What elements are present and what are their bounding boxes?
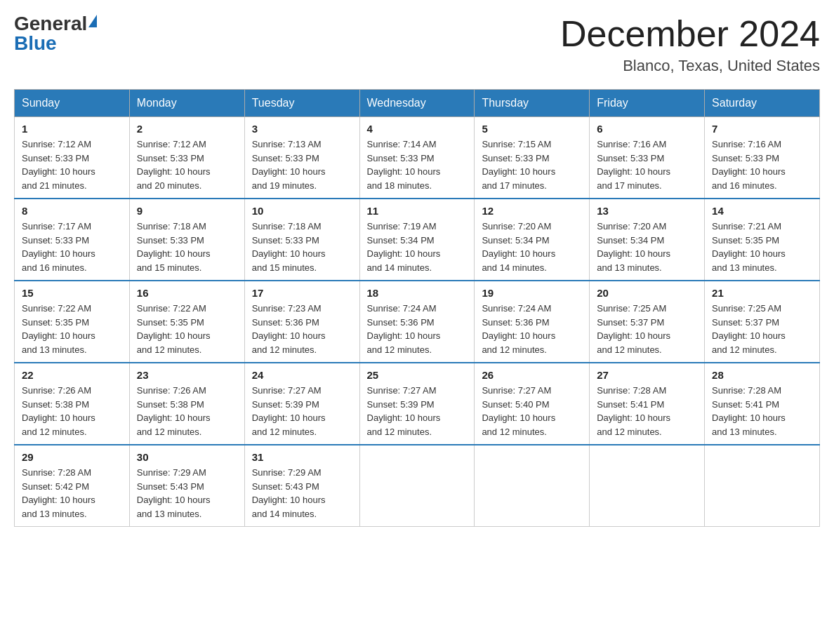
day-number: 27	[597, 369, 697, 381]
calendar-week-row: 15 Sunrise: 7:22 AM Sunset: 5:35 PM Dayl…	[15, 281, 820, 363]
day-number: 21	[712, 287, 812, 299]
day-number: 15	[22, 287, 122, 299]
day-number: 3	[252, 123, 352, 135]
day-info: Sunrise: 7:16 AM Sunset: 5:33 PM Dayligh…	[712, 137, 812, 192]
table-row: 22 Sunrise: 7:26 AM Sunset: 5:38 PM Dayl…	[15, 363, 130, 445]
table-row: 10 Sunrise: 7:18 AM Sunset: 5:33 PM Dayl…	[244, 199, 359, 281]
day-info: Sunrise: 7:29 AM Sunset: 5:43 PM Dayligh…	[137, 466, 237, 521]
month-title: December 2024	[560, 14, 820, 54]
day-info: Sunrise: 7:24 AM Sunset: 5:36 PM Dayligh…	[482, 302, 582, 356]
day-info: Sunrise: 7:28 AM Sunset: 5:41 PM Dayligh…	[712, 384, 812, 438]
day-info: Sunrise: 7:28 AM Sunset: 5:42 PM Dayligh…	[22, 466, 122, 521]
day-number: 29	[22, 451, 122, 463]
day-number: 30	[137, 451, 237, 463]
title-area: December 2024 Blanco, Texas, United Stat…	[560, 14, 820, 75]
table-row: 15 Sunrise: 7:22 AM Sunset: 5:35 PM Dayl…	[15, 281, 130, 363]
calendar-table: Sunday Monday Tuesday Wednesday Thursday…	[14, 89, 820, 527]
day-info: Sunrise: 7:15 AM Sunset: 5:33 PM Dayligh…	[482, 137, 582, 192]
day-number: 13	[597, 205, 697, 217]
table-row: 23 Sunrise: 7:26 AM Sunset: 5:38 PM Dayl…	[129, 363, 244, 445]
table-row: 29 Sunrise: 7:28 AM Sunset: 5:42 PM Dayl…	[15, 445, 130, 527]
day-info: Sunrise: 7:18 AM Sunset: 5:33 PM Dayligh…	[252, 220, 352, 274]
table-row: 6 Sunrise: 7:16 AM Sunset: 5:33 PM Dayli…	[590, 117, 705, 199]
header-tuesday: Tuesday	[244, 90, 359, 117]
calendar-week-row: 29 Sunrise: 7:28 AM Sunset: 5:42 PM Dayl…	[15, 445, 820, 527]
day-info: Sunrise: 7:25 AM Sunset: 5:37 PM Dayligh…	[597, 302, 697, 356]
day-info: Sunrise: 7:21 AM Sunset: 5:35 PM Dayligh…	[712, 220, 812, 274]
table-row: 19 Sunrise: 7:24 AM Sunset: 5:36 PM Dayl…	[475, 281, 590, 363]
table-row: 31 Sunrise: 7:29 AM Sunset: 5:43 PM Dayl…	[244, 445, 359, 527]
table-row: 2 Sunrise: 7:12 AM Sunset: 5:33 PM Dayli…	[129, 117, 244, 199]
table-row: 1 Sunrise: 7:12 AM Sunset: 5:33 PM Dayli…	[15, 117, 130, 199]
calendar-week-row: 8 Sunrise: 7:17 AM Sunset: 5:33 PM Dayli…	[15, 199, 820, 281]
table-row: 8 Sunrise: 7:17 AM Sunset: 5:33 PM Dayli…	[15, 199, 130, 281]
day-number: 11	[367, 205, 468, 217]
day-info: Sunrise: 7:29 AM Sunset: 5:43 PM Dayligh…	[252, 466, 352, 521]
table-row: 21 Sunrise: 7:25 AM Sunset: 5:37 PM Dayl…	[705, 281, 820, 363]
table-row: 13 Sunrise: 7:20 AM Sunset: 5:34 PM Dayl…	[590, 199, 705, 281]
day-number: 14	[712, 205, 812, 217]
logo-triangle-icon	[88, 15, 97, 27]
day-info: Sunrise: 7:19 AM Sunset: 5:34 PM Dayligh…	[367, 220, 468, 274]
day-info: Sunrise: 7:13 AM Sunset: 5:33 PM Dayligh…	[252, 137, 352, 192]
day-number: 18	[367, 287, 468, 299]
day-info: Sunrise: 7:12 AM Sunset: 5:33 PM Dayligh…	[22, 137, 122, 192]
day-info: Sunrise: 7:23 AM Sunset: 5:36 PM Dayligh…	[252, 302, 352, 356]
day-info: Sunrise: 7:12 AM Sunset: 5:33 PM Dayligh…	[137, 137, 237, 192]
day-info: Sunrise: 7:22 AM Sunset: 5:35 PM Dayligh…	[22, 302, 122, 356]
day-number: 16	[137, 287, 237, 299]
day-number: 20	[597, 287, 697, 299]
table-row	[705, 445, 820, 527]
day-number: 7	[712, 123, 812, 135]
day-info: Sunrise: 7:20 AM Sunset: 5:34 PM Dayligh…	[482, 220, 582, 274]
day-number: 17	[252, 287, 352, 299]
day-number: 25	[367, 369, 468, 381]
header-saturday: Saturday	[705, 90, 820, 117]
day-number: 1	[22, 123, 122, 135]
day-number: 8	[22, 205, 122, 217]
table-row: 11 Sunrise: 7:19 AM Sunset: 5:34 PM Dayl…	[359, 199, 475, 281]
day-number: 19	[482, 287, 582, 299]
header-friday: Friday	[590, 90, 705, 117]
logo-blue-text: Blue	[14, 32, 57, 54]
table-row	[590, 445, 705, 527]
day-number: 2	[137, 123, 237, 135]
page-header: General Blue December 2024 Blanco, Texas…	[14, 14, 820, 75]
day-info: Sunrise: 7:27 AM Sunset: 5:39 PM Dayligh…	[252, 384, 352, 438]
day-number: 23	[137, 369, 237, 381]
table-row	[359, 445, 475, 527]
day-info: Sunrise: 7:27 AM Sunset: 5:39 PM Dayligh…	[367, 384, 468, 438]
table-row: 3 Sunrise: 7:13 AM Sunset: 5:33 PM Dayli…	[244, 117, 359, 199]
day-number: 4	[367, 123, 468, 135]
calendar-header-row: Sunday Monday Tuesday Wednesday Thursday…	[15, 90, 820, 117]
day-info: Sunrise: 7:28 AM Sunset: 5:41 PM Dayligh…	[597, 384, 697, 438]
logo: General Blue	[14, 14, 97, 53]
table-row: 27 Sunrise: 7:28 AM Sunset: 5:41 PM Dayl…	[590, 363, 705, 445]
logo-general-text: General	[14, 13, 87, 34]
table-row: 25 Sunrise: 7:27 AM Sunset: 5:39 PM Dayl…	[359, 363, 475, 445]
calendar-week-row: 1 Sunrise: 7:12 AM Sunset: 5:33 PM Dayli…	[15, 117, 820, 199]
day-number: 12	[482, 205, 582, 217]
day-number: 6	[597, 123, 697, 135]
table-row	[475, 445, 590, 527]
header-monday: Monday	[129, 90, 244, 117]
header-sunday: Sunday	[15, 90, 130, 117]
day-info: Sunrise: 7:27 AM Sunset: 5:40 PM Dayligh…	[482, 384, 582, 438]
day-info: Sunrise: 7:24 AM Sunset: 5:36 PM Dayligh…	[367, 302, 468, 356]
table-row: 17 Sunrise: 7:23 AM Sunset: 5:36 PM Dayl…	[244, 281, 359, 363]
day-info: Sunrise: 7:26 AM Sunset: 5:38 PM Dayligh…	[22, 384, 122, 438]
calendar-week-row: 22 Sunrise: 7:26 AM Sunset: 5:38 PM Dayl…	[15, 363, 820, 445]
day-number: 24	[252, 369, 352, 381]
table-row: 16 Sunrise: 7:22 AM Sunset: 5:35 PM Dayl…	[129, 281, 244, 363]
table-row: 9 Sunrise: 7:18 AM Sunset: 5:33 PM Dayli…	[129, 199, 244, 281]
location-text: Blanco, Texas, United States	[560, 57, 820, 75]
table-row: 5 Sunrise: 7:15 AM Sunset: 5:33 PM Dayli…	[475, 117, 590, 199]
table-row: 7 Sunrise: 7:16 AM Sunset: 5:33 PM Dayli…	[705, 117, 820, 199]
table-row: 30 Sunrise: 7:29 AM Sunset: 5:43 PM Dayl…	[129, 445, 244, 527]
day-number: 5	[482, 123, 582, 135]
day-info: Sunrise: 7:14 AM Sunset: 5:33 PM Dayligh…	[367, 137, 468, 192]
table-row: 12 Sunrise: 7:20 AM Sunset: 5:34 PM Dayl…	[475, 199, 590, 281]
day-info: Sunrise: 7:20 AM Sunset: 5:34 PM Dayligh…	[597, 220, 697, 274]
day-info: Sunrise: 7:17 AM Sunset: 5:33 PM Dayligh…	[22, 220, 122, 274]
day-number: 31	[252, 451, 352, 463]
